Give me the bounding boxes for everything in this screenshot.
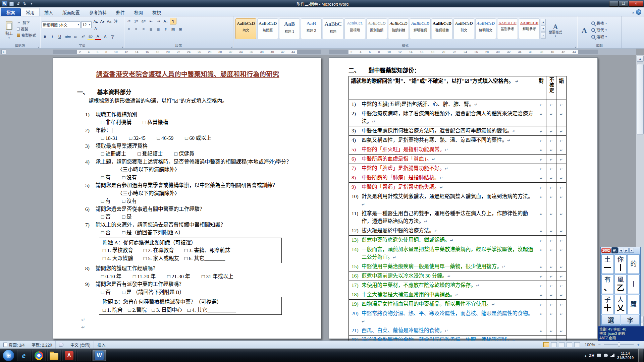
multilevel-list-button[interactable]: a≡ bbox=[140, 18, 147, 24]
bold-button[interactable]: B bbox=[42, 33, 48, 40]
tray-expand-icon[interactable]: ▴ bbox=[585, 354, 587, 357]
answer-unsure-cell[interactable]: ↵ bbox=[546, 326, 556, 336]
answer-unsure-cell[interactable]: ↵ bbox=[546, 290, 556, 300]
dialog-launcher-icon[interactable]: ⌟ bbox=[122, 45, 123, 48]
answer-correct-cell[interactable]: ↵ bbox=[536, 164, 546, 173]
ime-candidate[interactable]: 簾 bbox=[627, 295, 640, 314]
style-鮮明參考[interactable]: AABBCCD鮮明參考 bbox=[519, 18, 540, 39]
style-標題 1[interactable]: AaB標題 1 bbox=[279, 18, 300, 39]
answer-unsure-cell[interactable]: ↵ bbox=[546, 309, 556, 326]
answer-unsure-cell[interactable]: ↵ bbox=[546, 145, 556, 155]
answer-correct-cell[interactable]: ↵ bbox=[536, 126, 546, 136]
editing-選取[interactable]: 選取▾ bbox=[591, 34, 607, 39]
clipboard-複製格式[interactable]: 複製格式 bbox=[17, 33, 36, 38]
maximize-button[interactable]: ❐ bbox=[619, 1, 628, 7]
checkbox-option[interactable]: □ 11-20 年 bbox=[133, 274, 156, 279]
style-鮮明引文[interactable]: AaBbCcD鮮明引文 bbox=[475, 18, 496, 39]
scrollbar-thumb[interactable] bbox=[637, 64, 644, 134]
answer-correct-cell[interactable]: ↵ bbox=[536, 281, 546, 290]
answer-wrong-cell[interactable]: ↵ bbox=[556, 209, 567, 226]
answer-correct-cell[interactable]: ↵ bbox=[536, 136, 546, 145]
answer-correct-cell[interactable]: ↵ bbox=[536, 309, 546, 326]
style-內文[interactable]: AaBbCcD內文 bbox=[235, 18, 256, 39]
checkbox-option[interactable]: □ 沒有 bbox=[122, 175, 137, 180]
full-screen-view-icon[interactable] bbox=[551, 342, 557, 347]
justify-button[interactable]: ≣ bbox=[148, 26, 154, 33]
language-indicator[interactable]: 中文 (台灣) bbox=[67, 341, 94, 349]
answer-correct-cell[interactable]: ↵ bbox=[536, 209, 546, 226]
strikethrough-button[interactable]: abc bbox=[64, 33, 72, 40]
underline-button[interactable]: U bbox=[56, 33, 63, 40]
checkbox-option[interactable]: □ 註冊護士 bbox=[101, 151, 126, 157]
answer-wrong-cell[interactable]: ↵ bbox=[556, 145, 567, 155]
editing-尋找[interactable]: 尋找▾ bbox=[591, 20, 607, 26]
shading-button[interactable]: ▤ bbox=[170, 26, 176, 33]
style-引文[interactable]: AaBbCcD引文 bbox=[453, 18, 474, 39]
numbering-button[interactable]: 1≡ bbox=[133, 18, 140, 24]
answer-unsure-cell[interactable]: ↵ bbox=[546, 262, 556, 272]
web-layout-view-icon[interactable] bbox=[559, 342, 565, 347]
answer-correct-cell[interactable]: ↵ bbox=[536, 109, 546, 126]
taskbar-word[interactable] bbox=[93, 350, 106, 361]
answer-unsure-cell[interactable]: ↵ bbox=[546, 155, 556, 164]
change-styles-button[interactable]: A 變更樣式 ▾ bbox=[546, 18, 565, 43]
language-badge[interactable]: ZH bbox=[589, 353, 594, 358]
gallery-down-icon[interactable]: ▾ bbox=[541, 25, 546, 32]
answer-wrong-cell[interactable]: ↵ bbox=[556, 136, 567, 145]
answer-unsure-cell[interactable]: ↵ bbox=[546, 336, 556, 341]
gallery-up-icon[interactable]: ▴ bbox=[541, 19, 546, 25]
bullets-button[interactable]: ·≡ bbox=[125, 18, 132, 24]
answer-unsure-cell[interactable]: ↵ bbox=[546, 109, 556, 126]
dialog-launcher-icon[interactable]: ⌟ bbox=[575, 45, 576, 48]
answer-correct-cell[interactable]: ↵ bbox=[536, 145, 546, 155]
ime-mode-button[interactable]: 形 bbox=[611, 247, 618, 253]
answer-unsure-cell[interactable]: ↵ bbox=[546, 245, 556, 262]
zoom-level[interactable]: 100% bbox=[585, 343, 595, 347]
answer-unsure-cell[interactable]: ↵ bbox=[546, 226, 556, 236]
character-border-button[interactable]: A bbox=[92, 25, 99, 32]
answer-unsure-cell[interactable]: ↵ bbox=[546, 126, 556, 136]
zoom-in-icon[interactable]: + bbox=[636, 342, 641, 347]
borders-button[interactable]: ⊞ bbox=[177, 26, 184, 33]
answer-unsure-cell[interactable]: ↵ bbox=[546, 209, 556, 226]
superscript-button[interactable]: x² bbox=[80, 33, 87, 40]
answer-wrong-cell[interactable]: ↵ bbox=[556, 126, 567, 136]
style-無間距[interactable]: AaBbCcD無間距 bbox=[257, 18, 278, 39]
answer-wrong-cell[interactable]: ↵ bbox=[556, 155, 567, 164]
checkbox-option[interactable]: □ 否 bbox=[101, 214, 111, 220]
keyboard-icon[interactable] bbox=[597, 354, 601, 357]
draft-view-icon[interactable] bbox=[574, 342, 580, 347]
ime-candidate[interactable]: 丨 bbox=[627, 275, 640, 294]
outline-view-icon[interactable] bbox=[567, 342, 572, 347]
document-page-1[interactable]: 調查香港安老院舍護理人員的中醫藥知識、態度和和行為的研究 一、 基本資料部分 請… bbox=[53, 57, 321, 339]
shrink-font-button[interactable]: A▾ bbox=[99, 18, 106, 25]
checkbox-option[interactable]: □ 是 （請回答下列附題 B） bbox=[122, 289, 184, 295]
answer-correct-cell[interactable]: ↵ bbox=[536, 262, 546, 272]
answer-wrong-cell[interactable]: ↵ bbox=[556, 326, 567, 336]
ime-button-選[interactable]: 選 bbox=[601, 315, 620, 325]
answer-wrong-cell[interactable]: ↵ bbox=[556, 226, 567, 236]
answer-wrong-cell[interactable]: ↵ bbox=[556, 262, 567, 272]
checkbox-option[interactable]: □ 0-10 年 bbox=[101, 274, 121, 279]
proofing-status[interactable] bbox=[56, 341, 67, 349]
tab-selector[interactable]: L bbox=[1, 50, 6, 54]
taskbar-folder[interactable] bbox=[47, 350, 61, 361]
style-強調粗體[interactable]: AaBbCcD強調粗體 bbox=[432, 18, 452, 39]
sort-button[interactable]: A↓ bbox=[162, 18, 169, 24]
answer-correct-cell[interactable]: ↵ bbox=[536, 272, 546, 281]
volume-icon[interactable] bbox=[604, 354, 608, 357]
answer-wrong-cell[interactable]: ↵ bbox=[556, 109, 567, 126]
ime-menu-icon[interactable]: ▾ bbox=[629, 248, 634, 253]
tab-常用[interactable]: 常用 bbox=[21, 8, 40, 16]
ime-candidate[interactable]: 你丨 bbox=[614, 254, 627, 274]
start-button[interactable]: ⊞ bbox=[3, 350, 14, 361]
document-page-2[interactable]: 二、 對中醫藥認知部份： 請就您的瞭解回答"對"、"錯"或"不確定"，以打"☑"… bbox=[329, 57, 598, 339]
answer-wrong-cell[interactable]: ↵ bbox=[556, 336, 567, 341]
checkbox-option[interactable]: □ 保健員 bbox=[174, 151, 195, 157]
checkbox-option[interactable]: □ 有 bbox=[101, 175, 111, 180]
gallery-more-icon[interactable]: ▿ bbox=[541, 32, 546, 39]
phonetic-guide-button[interactable]: 注 bbox=[112, 18, 119, 24]
qat-customize-icon[interactable]: ▾ bbox=[29, 1, 34, 6]
answer-wrong-cell[interactable]: ↵ bbox=[556, 192, 567, 209]
show-desktop-button[interactable] bbox=[638, 349, 643, 362]
